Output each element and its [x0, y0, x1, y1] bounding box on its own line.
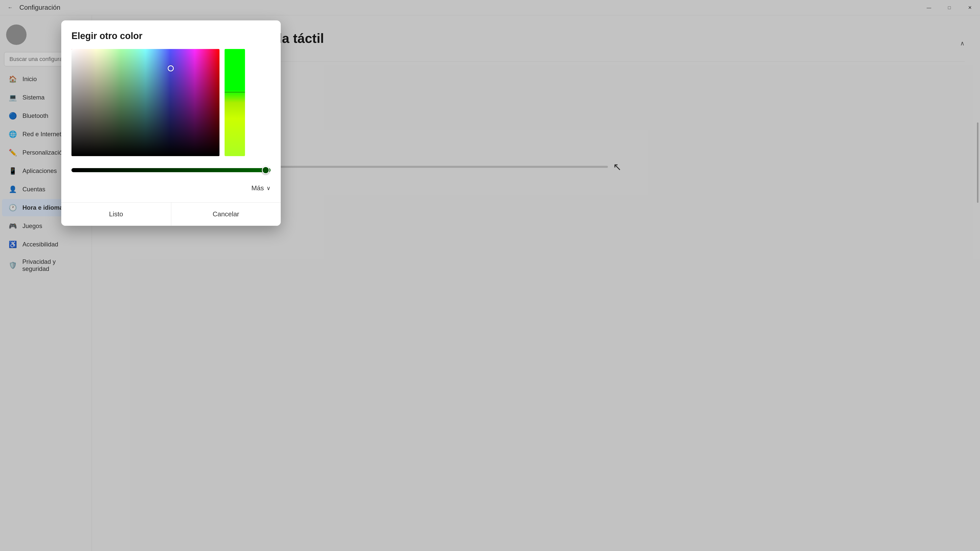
chevron-down-icon: ∨	[266, 185, 270, 192]
color-picker-main	[72, 49, 270, 156]
dialog-footer: Listo Cancelar	[61, 202, 281, 226]
more-options[interactable]: Más ∨	[72, 184, 270, 192]
color-cursor[interactable]	[168, 65, 174, 71]
color-canvas[interactable]	[72, 49, 220, 156]
hue-strip[interactable]	[224, 49, 245, 156]
dialog-title: Elegir otro color	[61, 21, 281, 49]
more-label: Más	[251, 184, 264, 192]
hue-strip-divider	[224, 92, 245, 93]
hue-slider-track[interactable]	[72, 168, 270, 172]
hue-strip-gradient	[224, 49, 245, 156]
color-picker-dialog: Elegir otro color	[61, 21, 281, 226]
color-canvas-black-fade	[72, 49, 220, 156]
dialog-overlay: Elegir otro color	[0, 0, 980, 551]
done-button[interactable]: Listo	[61, 203, 171, 226]
hue-slider-thumb[interactable]	[262, 166, 269, 174]
hue-slider-container	[72, 164, 270, 176]
color-picker-body: Más ∨	[61, 49, 281, 200]
cancel-button[interactable]: Cancelar	[171, 203, 281, 226]
